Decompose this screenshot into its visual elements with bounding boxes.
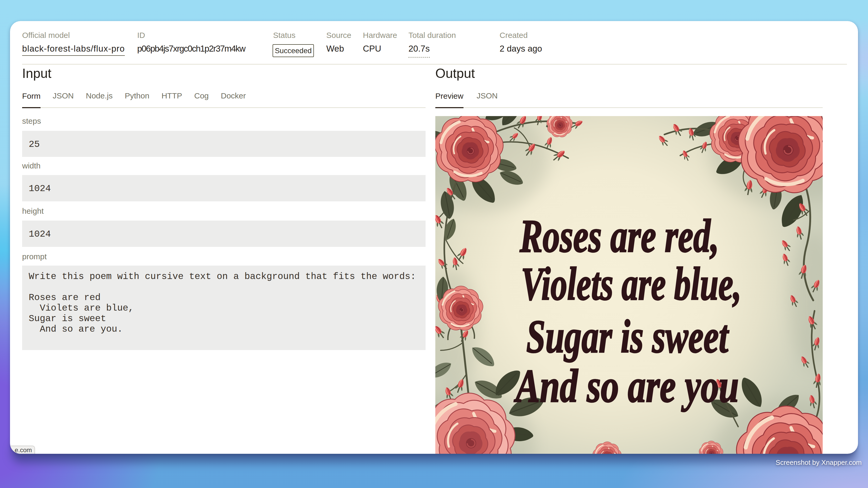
svg-text:And so are you: And so are you — [514, 360, 739, 412]
svg-text:Violets are blue,: Violets are blue, — [521, 258, 742, 310]
svg-text:Sugar is sweet: Sugar is sweet — [526, 310, 729, 362]
svg-text:Roses are red,: Roses are red, — [520, 210, 719, 262]
